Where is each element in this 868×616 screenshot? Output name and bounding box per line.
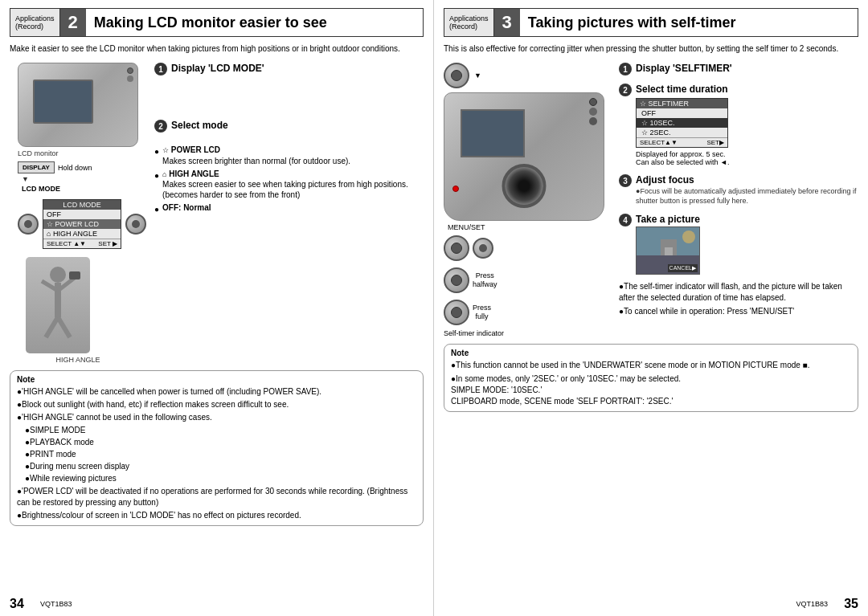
right-section-number: 3 <box>494 9 520 36</box>
step2-right-dial <box>444 235 612 261</box>
right-step3-row: 3 Adjust focus ●Focus will be automatica… <box>619 174 858 206</box>
right-note-content: ●This function cannot be used in the 'UN… <box>451 360 851 407</box>
right-step3-title: Adjust focus <box>636 174 858 186</box>
adjust-focus-desc: ●Focus will be automatically adjusted im… <box>636 187 858 206</box>
left-steps: 1 Display 'LCD MODE' 2 Select mode ● <box>154 63 424 364</box>
high-angle-person: HIGH ANGLE <box>10 257 146 364</box>
right-note-box: Note ●This function cannot be used in th… <box>444 344 858 412</box>
bullet-high-angle: ● ⌂ HIGH ANGLE Makes screen easier to se… <box>154 169 424 201</box>
bullet-power-lcd: ● ☆ POWER LCD Makes screen brighter than… <box>154 145 424 166</box>
right-step2-num: 2 <box>619 84 632 96</box>
step2-title: Select mode <box>171 120 424 131</box>
svg-line-5 <box>58 317 70 337</box>
left-bullets: ● ☆ POWER LCD Makes screen brighter than… <box>154 145 424 214</box>
left-camera-diagram: LCD monitor DISPLAY Hold down ▼ LCD MODE <box>10 63 146 364</box>
right-camera-area: ▼ ME <box>444 63 612 337</box>
power-lcd-desc: Makes screen brighter than normal (for o… <box>162 157 350 165</box>
svg-rect-6 <box>69 271 80 279</box>
dial-left <box>18 214 39 235</box>
dial-right <box>125 214 146 235</box>
display-note: Displayed for approx. 5 sec. <box>636 150 729 158</box>
left-page-number: 34 <box>10 597 24 611</box>
right-step1-row: 1 Display 'SELFTIMER' <box>619 63 858 75</box>
right-bullets: ●The self-timer indicator will flash, an… <box>619 281 858 317</box>
left-header: Applications (Record) 2 Making LCD monit… <box>10 8 424 37</box>
bullet-off: ● OFF: Normal <box>154 202 424 214</box>
press-halfway-label: Presshalfway <box>473 271 497 289</box>
step1-content: Display 'LCD MODE' <box>171 63 424 75</box>
right-step3-num: 3 <box>619 174 632 187</box>
svg-line-4 <box>46 317 58 337</box>
right-section-title: Taking pictures with self-timer <box>520 9 744 36</box>
camera-top-view: LCD monitor <box>10 63 146 157</box>
right-note-title: Note <box>451 349 851 357</box>
right-step4-title: Take a picture <box>636 214 700 225</box>
hold-down-label: Hold down <box>58 164 92 172</box>
page: Applications (Record) 2 Making LCD monit… <box>0 0 868 616</box>
high-angle-label: HIGH ANGLE <box>10 356 146 364</box>
right-step1-num: 1 <box>619 63 632 75</box>
can-note: Can also be selected with ◄. <box>636 158 729 166</box>
step1-row: 1 Display 'LCD MODE' <box>154 63 424 75</box>
right-vqt-code: VQT1B83 <box>796 600 828 608</box>
svg-rect-10 <box>665 247 673 255</box>
self-timer-led <box>452 186 459 192</box>
right-dial-2 <box>444 235 469 261</box>
left-vqt-code: VQT1B83 <box>40 600 72 608</box>
power-lcd-label: POWER LCD <box>171 145 220 154</box>
right-step1-title: Display 'SELFTIMER' <box>636 63 732 74</box>
photo-preview: CANCEL▶ <box>636 226 700 275</box>
lcd-mode-menu: LCD MODE OFF ☆ POWER LCD ⌂ HIGH ANGLE SE… <box>43 199 121 249</box>
right-dial-1 <box>444 63 469 88</box>
right-intro: This is also effective for correcting ji… <box>444 43 858 55</box>
left-note-title: Note <box>17 375 416 384</box>
left-section-number: 2 <box>60 9 86 36</box>
svg-point-0 <box>50 267 66 283</box>
camera-label: LCD monitor <box>18 149 138 157</box>
right-step2-title: Select time duration <box>636 84 729 95</box>
svg-point-11 <box>682 230 695 243</box>
right-dial-4 <box>444 300 469 325</box>
camera-body <box>18 63 138 147</box>
step3-right-dial: Presshalfway <box>444 267 612 293</box>
person-silhouette <box>26 257 90 353</box>
right-step4-content: Take a picture CANCEL▶ <box>636 214 700 275</box>
press-fully-label: Pressfully <box>473 304 491 321</box>
left-page: Applications (Record) 2 Making LCD monit… <box>0 0 434 616</box>
right-camera-lens <box>502 164 547 208</box>
right-page-number: 35 <box>844 597 858 611</box>
menu-set-label: MENU/SET <box>448 223 612 231</box>
left-intro: Make it easier to see the LCD monitor wh… <box>10 43 424 55</box>
right-camera-container: MENU/SET <box>444 92 612 325</box>
selftimer-menu: ☆ SELFTIMER OFF ☆ 10SEC. ☆ 2SEC. SELECT▲… <box>636 98 729 148</box>
step4-right-dial: Pressfully <box>444 300 612 325</box>
right-header: Applications (Record) 3 Taking pictures … <box>444 8 858 37</box>
right-dial-3 <box>444 267 469 293</box>
right-camera-screen <box>461 109 525 157</box>
high-angle-label-b: HIGH ANGLE <box>169 169 219 178</box>
step2-number: 2 <box>154 120 167 133</box>
right-dial-2b <box>473 238 493 259</box>
camera-screen <box>33 80 93 124</box>
bullet-flash: ●The self-timer indicator will flash, an… <box>619 281 858 304</box>
step1-title: Display 'LCD MODE' <box>171 63 424 74</box>
self-timer-indicator-label: Self-timer indicator <box>444 329 612 337</box>
right-step2-content: Select time duration ☆ SELFTIMER OFF ☆ 1… <box>636 84 729 166</box>
left-note-content: ●'HIGH ANGLE' will be cancelled when pow… <box>17 386 416 521</box>
step1-diagram: DISPLAY Hold down ▼ LCD MODE <box>18 161 146 193</box>
left-app-label: Applications (Record) <box>10 9 60 36</box>
right-steps-area: 1 Display 'SELFTIMER' 2 Select time dura… <box>619 63 858 337</box>
step1-right-dial: ▼ <box>444 63 612 88</box>
high-angle-desc: Makes screen easier to see when taking p… <box>162 180 408 199</box>
right-page: Applications (Record) 3 Taking pictures … <box>434 0 868 616</box>
right-step4-num: 4 <box>619 214 632 226</box>
display-button: DISPLAY <box>18 161 55 173</box>
right-camera-body <box>444 92 604 221</box>
right-app-label: Applications (Record) <box>444 9 494 36</box>
left-note-box: Note ●'HIGH ANGLE' will be cancelled whe… <box>10 370 424 526</box>
right-step3-content: Adjust focus ●Focus will be automaticall… <box>636 174 858 206</box>
step2-diagram: LCD MODE OFF ☆ POWER LCD ⌂ HIGH ANGLE SE… <box>18 199 146 249</box>
right-step2-row: 2 Select time duration ☆ SELFTIMER OFF ☆… <box>619 84 858 166</box>
step1-number: 1 <box>154 63 167 75</box>
step2-row: 2 Select mode <box>154 120 424 133</box>
